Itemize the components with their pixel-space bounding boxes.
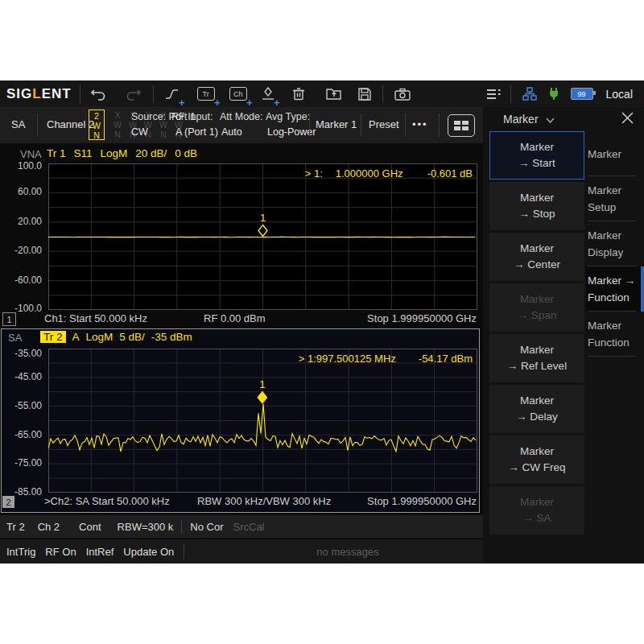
rf-input-value[interactable]: A (Port 1): [175, 126, 218, 138]
separator: [181, 519, 182, 534]
tab-marker-display[interactable]: Marker Display: [586, 221, 644, 266]
trace-format: LogM: [86, 331, 114, 343]
separator: [405, 114, 406, 137]
trace-id: Tr 2: [40, 331, 66, 343]
redo-icon[interactable]: [126, 84, 142, 105]
tab-letter: N: [93, 130, 100, 140]
vna-ytick: 60.00: [0, 186, 42, 197]
marker-frequency: > 1:997.500125 MHz: [299, 353, 396, 365]
menu-list-icon[interactable]: [486, 84, 501, 105]
button-line: Marker: [520, 494, 554, 510]
trace-scale: 5 dB/: [119, 331, 145, 343]
sa-trace-title[interactable]: Tr 2 A LogM 5 dB/ -35 dBm: [40, 331, 192, 343]
avg-type-label: Avg Type:: [266, 111, 310, 122]
close-icon[interactable]: [621, 112, 634, 127]
delete-icon[interactable]: [292, 84, 305, 105]
tab-marker[interactable]: Marker: [586, 131, 644, 176]
tab-label: Marker Setup: [588, 182, 644, 216]
status-correction: No Cor: [190, 521, 223, 533]
button-line: Marker: [520, 241, 554, 257]
save-icon[interactable]: [358, 84, 371, 105]
status-rf: RF On: [45, 546, 76, 558]
tab-letter: N: [160, 130, 167, 139]
menu-button-marker-to-start[interactable]: Marker→ Start: [489, 131, 584, 180]
menu-button-marker-to-cw-freq[interactable]: Marker→ CW Freq: [489, 436, 584, 484]
vna-plot: 1: [48, 163, 477, 310]
vna-channel-badge[interactable]: 1: [2, 312, 16, 326]
tab-letter: X: [114, 110, 120, 120]
sa-ytick: -45.00: [0, 371, 42, 382]
top-toolbar: SIGLENT + Tr + Ch + +: [0, 80, 644, 107]
button-line: → Start: [518, 155, 555, 171]
tab-label: Marker: [588, 146, 621, 163]
separator: [37, 114, 38, 137]
siglent-logo: SIGLENT: [6, 86, 72, 102]
sa-plot-area[interactable]: 1 > 1:997.500125 MHz -54.17 dBm: [48, 349, 477, 493]
power-source-icon: [548, 84, 559, 105]
menu-button-marker-to-stop[interactable]: Marker→ Stop: [489, 182, 584, 230]
toolbar-separator: [510, 85, 511, 103]
more-button[interactable]: •••: [412, 118, 428, 130]
sa-channel-badge[interactable]: 2: [2, 496, 14, 508]
marker1-button[interactable]: Marker 1: [316, 118, 357, 130]
vna-ytick: 100.0: [0, 160, 42, 171]
button-line: → SA: [522, 510, 551, 526]
status-sweep: Cont: [79, 521, 101, 533]
recall-file-icon[interactable]: [326, 84, 342, 105]
channel-label[interactable]: Channel 2: [47, 118, 94, 130]
chevron-down-icon[interactable]: [546, 112, 555, 126]
menu-button-marker-to-delay[interactable]: Marker→ Delay: [489, 385, 584, 433]
preset-button[interactable]: Preset: [369, 118, 399, 130]
source-value[interactable]: CW: [131, 126, 148, 138]
status-bar-system: IntTrig RF On IntRef Update On no messag…: [0, 539, 483, 564]
plus-glyph: +: [246, 99, 253, 107]
menu-button-marker-to-center[interactable]: Marker→ Center: [489, 233, 584, 281]
add-limit-line-icon[interactable]: +: [165, 84, 180, 105]
channel-bar: SA Channel 2 2 W N XWN XWN XWN XWN XWN S…: [0, 107, 483, 143]
status-trigger: IntTrig: [6, 546, 35, 558]
vna-trace-title[interactable]: Tr 1 S11 LogM 20 dB/ 0 dB: [47, 147, 197, 159]
window-layout-icon[interactable]: [448, 114, 475, 137]
tab-letter: W: [93, 121, 101, 130]
tab-marker-to-function[interactable]: Marker → Function: [586, 266, 644, 312]
status-update: Update On: [123, 546, 174, 558]
button-line: → Stop: [518, 206, 555, 222]
vna-ytick: 20.00: [0, 216, 42, 227]
add-trace-icon[interactable]: Tr +: [197, 84, 215, 105]
vna-ytick: -20.00: [0, 245, 42, 256]
tab-marker-setup[interactable]: Marker Setup: [586, 176, 644, 221]
battery-level: 99: [578, 90, 586, 98]
toolbar-separator: [153, 85, 154, 103]
channel-tab-active[interactable]: 2 W N: [89, 109, 105, 140]
plus-glyph: +: [179, 99, 185, 107]
trace-param: A: [72, 331, 80, 343]
vna-footer: 1 Ch1: Start 50.000 kHz RF 0.00 dBm Stop…: [0, 312, 483, 327]
button-line: → Center: [514, 257, 560, 273]
vna-plot-area[interactable]: 1 > 1: 1.000000 GHz -0.601 dB: [48, 163, 477, 310]
channel-tab[interactable]: XWN: [109, 109, 126, 140]
sa-stop-freq: Stop 1.999950000 GHz: [367, 495, 477, 507]
add-marker-icon[interactable]: +: [262, 84, 275, 105]
att-mode-value[interactable]: Auto: [221, 126, 242, 138]
instrument-ui: SIGLENT + Tr + Ch + +: [0, 80, 644, 564]
add-channel-icon[interactable]: Ch +: [229, 84, 247, 105]
button-line: → Span: [518, 308, 557, 324]
tab-marker-function[interactable]: Marker Function: [586, 312, 644, 357]
local-label[interactable]: Local: [606, 88, 633, 101]
mode-label[interactable]: SA: [11, 118, 25, 130]
button-line: → Ref Level: [507, 358, 567, 374]
button-line: Marker: [520, 393, 554, 409]
sa-plot: 1: [48, 349, 477, 493]
separator: [309, 114, 310, 137]
network-icon[interactable]: [522, 84, 537, 105]
tab-letter: 2: [94, 111, 99, 121]
vna-marker-readout: > 1: 1.000000 GHz -0.601 dB: [305, 167, 473, 180]
menu-button-marker-to-ref-level[interactable]: Marker→ Ref Level: [489, 334, 584, 382]
vna-section-label: VNA: [20, 148, 42, 160]
status-trace: Tr 2: [6, 521, 25, 533]
panel-title[interactable]: Marker: [503, 113, 539, 126]
screenshot-icon[interactable]: [394, 84, 411, 105]
undo-icon[interactable]: [90, 84, 106, 105]
button-line: Marker: [520, 342, 554, 358]
separator: [439, 114, 440, 137]
